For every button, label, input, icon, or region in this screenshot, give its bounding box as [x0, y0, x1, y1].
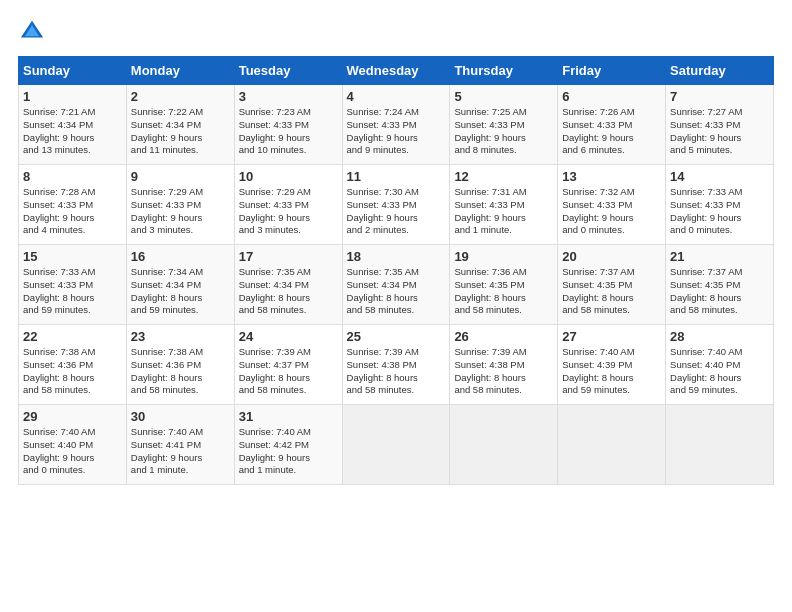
day-info: Sunrise: 7:24 AM Sunset: 4:33 PM Dayligh…	[347, 106, 446, 157]
day-info: Sunrise: 7:33 AM Sunset: 4:33 PM Dayligh…	[670, 186, 769, 237]
calendar-week-row: 8Sunrise: 7:28 AM Sunset: 4:33 PM Daylig…	[19, 165, 774, 245]
calendar-cell	[666, 405, 774, 485]
day-number: 22	[23, 329, 122, 344]
day-number: 23	[131, 329, 230, 344]
calendar-cell: 30Sunrise: 7:40 AM Sunset: 4:41 PM Dayli…	[126, 405, 234, 485]
day-info: Sunrise: 7:40 AM Sunset: 4:40 PM Dayligh…	[23, 426, 122, 477]
calendar-cell: 6Sunrise: 7:26 AM Sunset: 4:33 PM Daylig…	[558, 85, 666, 165]
weekday-header: Friday	[558, 57, 666, 85]
weekday-row: SundayMondayTuesdayWednesdayThursdayFrid…	[19, 57, 774, 85]
calendar-cell: 21Sunrise: 7:37 AM Sunset: 4:35 PM Dayli…	[666, 245, 774, 325]
weekday-header: Sunday	[19, 57, 127, 85]
day-number: 17	[239, 249, 338, 264]
day-info: Sunrise: 7:40 AM Sunset: 4:40 PM Dayligh…	[670, 346, 769, 397]
calendar-cell	[342, 405, 450, 485]
day-number: 5	[454, 89, 553, 104]
calendar-cell: 18Sunrise: 7:35 AM Sunset: 4:34 PM Dayli…	[342, 245, 450, 325]
calendar-week-row: 15Sunrise: 7:33 AM Sunset: 4:33 PM Dayli…	[19, 245, 774, 325]
weekday-header: Thursday	[450, 57, 558, 85]
day-info: Sunrise: 7:40 AM Sunset: 4:39 PM Dayligh…	[562, 346, 661, 397]
calendar-cell: 8Sunrise: 7:28 AM Sunset: 4:33 PM Daylig…	[19, 165, 127, 245]
day-number: 8	[23, 169, 122, 184]
calendar-cell: 12Sunrise: 7:31 AM Sunset: 4:33 PM Dayli…	[450, 165, 558, 245]
calendar-cell: 14Sunrise: 7:33 AM Sunset: 4:33 PM Dayli…	[666, 165, 774, 245]
calendar-cell: 7Sunrise: 7:27 AM Sunset: 4:33 PM Daylig…	[666, 85, 774, 165]
day-info: Sunrise: 7:33 AM Sunset: 4:33 PM Dayligh…	[23, 266, 122, 317]
day-number: 11	[347, 169, 446, 184]
day-info: Sunrise: 7:28 AM Sunset: 4:33 PM Dayligh…	[23, 186, 122, 237]
calendar-cell	[450, 405, 558, 485]
day-number: 27	[562, 329, 661, 344]
day-info: Sunrise: 7:37 AM Sunset: 4:35 PM Dayligh…	[670, 266, 769, 317]
day-info: Sunrise: 7:36 AM Sunset: 4:35 PM Dayligh…	[454, 266, 553, 317]
day-number: 18	[347, 249, 446, 264]
day-number: 12	[454, 169, 553, 184]
calendar-cell: 5Sunrise: 7:25 AM Sunset: 4:33 PM Daylig…	[450, 85, 558, 165]
weekday-header: Tuesday	[234, 57, 342, 85]
calendar-cell: 10Sunrise: 7:29 AM Sunset: 4:33 PM Dayli…	[234, 165, 342, 245]
day-number: 14	[670, 169, 769, 184]
header	[18, 18, 774, 46]
day-info: Sunrise: 7:38 AM Sunset: 4:36 PM Dayligh…	[131, 346, 230, 397]
calendar-cell: 19Sunrise: 7:36 AM Sunset: 4:35 PM Dayli…	[450, 245, 558, 325]
day-number: 15	[23, 249, 122, 264]
calendar-cell: 17Sunrise: 7:35 AM Sunset: 4:34 PM Dayli…	[234, 245, 342, 325]
day-info: Sunrise: 7:27 AM Sunset: 4:33 PM Dayligh…	[670, 106, 769, 157]
calendar-cell: 31Sunrise: 7:40 AM Sunset: 4:42 PM Dayli…	[234, 405, 342, 485]
day-info: Sunrise: 7:29 AM Sunset: 4:33 PM Dayligh…	[239, 186, 338, 237]
day-number: 1	[23, 89, 122, 104]
calendar-week-row: 1Sunrise: 7:21 AM Sunset: 4:34 PM Daylig…	[19, 85, 774, 165]
calendar-cell: 16Sunrise: 7:34 AM Sunset: 4:34 PM Dayli…	[126, 245, 234, 325]
day-number: 9	[131, 169, 230, 184]
day-info: Sunrise: 7:25 AM Sunset: 4:33 PM Dayligh…	[454, 106, 553, 157]
day-info: Sunrise: 7:26 AM Sunset: 4:33 PM Dayligh…	[562, 106, 661, 157]
calendar-cell: 20Sunrise: 7:37 AM Sunset: 4:35 PM Dayli…	[558, 245, 666, 325]
calendar-cell: 29Sunrise: 7:40 AM Sunset: 4:40 PM Dayli…	[19, 405, 127, 485]
day-number: 24	[239, 329, 338, 344]
calendar-cell: 23Sunrise: 7:38 AM Sunset: 4:36 PM Dayli…	[126, 325, 234, 405]
calendar-header: SundayMondayTuesdayWednesdayThursdayFrid…	[19, 57, 774, 85]
day-number: 16	[131, 249, 230, 264]
calendar-cell: 3Sunrise: 7:23 AM Sunset: 4:33 PM Daylig…	[234, 85, 342, 165]
day-info: Sunrise: 7:40 AM Sunset: 4:41 PM Dayligh…	[131, 426, 230, 477]
calendar-cell: 26Sunrise: 7:39 AM Sunset: 4:38 PM Dayli…	[450, 325, 558, 405]
calendar-cell: 24Sunrise: 7:39 AM Sunset: 4:37 PM Dayli…	[234, 325, 342, 405]
calendar-cell: 13Sunrise: 7:32 AM Sunset: 4:33 PM Dayli…	[558, 165, 666, 245]
day-number: 31	[239, 409, 338, 424]
day-info: Sunrise: 7:21 AM Sunset: 4:34 PM Dayligh…	[23, 106, 122, 157]
calendar-cell: 9Sunrise: 7:29 AM Sunset: 4:33 PM Daylig…	[126, 165, 234, 245]
day-number: 29	[23, 409, 122, 424]
day-number: 19	[454, 249, 553, 264]
day-number: 7	[670, 89, 769, 104]
calendar-cell: 25Sunrise: 7:39 AM Sunset: 4:38 PM Dayli…	[342, 325, 450, 405]
day-number: 13	[562, 169, 661, 184]
logo	[18, 18, 50, 46]
day-number: 6	[562, 89, 661, 104]
day-number: 25	[347, 329, 446, 344]
day-info: Sunrise: 7:35 AM Sunset: 4:34 PM Dayligh…	[239, 266, 338, 317]
day-info: Sunrise: 7:39 AM Sunset: 4:38 PM Dayligh…	[454, 346, 553, 397]
day-number: 26	[454, 329, 553, 344]
calendar-cell: 28Sunrise: 7:40 AM Sunset: 4:40 PM Dayli…	[666, 325, 774, 405]
day-info: Sunrise: 7:38 AM Sunset: 4:36 PM Dayligh…	[23, 346, 122, 397]
calendar-cell: 15Sunrise: 7:33 AM Sunset: 4:33 PM Dayli…	[19, 245, 127, 325]
calendar-cell	[558, 405, 666, 485]
day-number: 3	[239, 89, 338, 104]
day-info: Sunrise: 7:30 AM Sunset: 4:33 PM Dayligh…	[347, 186, 446, 237]
calendar-cell: 2Sunrise: 7:22 AM Sunset: 4:34 PM Daylig…	[126, 85, 234, 165]
day-number: 2	[131, 89, 230, 104]
calendar-week-row: 22Sunrise: 7:38 AM Sunset: 4:36 PM Dayli…	[19, 325, 774, 405]
weekday-header: Saturday	[666, 57, 774, 85]
weekday-header: Monday	[126, 57, 234, 85]
calendar-cell: 22Sunrise: 7:38 AM Sunset: 4:36 PM Dayli…	[19, 325, 127, 405]
day-info: Sunrise: 7:37 AM Sunset: 4:35 PM Dayligh…	[562, 266, 661, 317]
logo-icon	[18, 18, 46, 46]
day-info: Sunrise: 7:39 AM Sunset: 4:37 PM Dayligh…	[239, 346, 338, 397]
day-number: 21	[670, 249, 769, 264]
calendar-cell: 27Sunrise: 7:40 AM Sunset: 4:39 PM Dayli…	[558, 325, 666, 405]
calendar-week-row: 29Sunrise: 7:40 AM Sunset: 4:40 PM Dayli…	[19, 405, 774, 485]
calendar-cell: 4Sunrise: 7:24 AM Sunset: 4:33 PM Daylig…	[342, 85, 450, 165]
calendar-cell: 1Sunrise: 7:21 AM Sunset: 4:34 PM Daylig…	[19, 85, 127, 165]
day-info: Sunrise: 7:35 AM Sunset: 4:34 PM Dayligh…	[347, 266, 446, 317]
calendar-cell: 11Sunrise: 7:30 AM Sunset: 4:33 PM Dayli…	[342, 165, 450, 245]
